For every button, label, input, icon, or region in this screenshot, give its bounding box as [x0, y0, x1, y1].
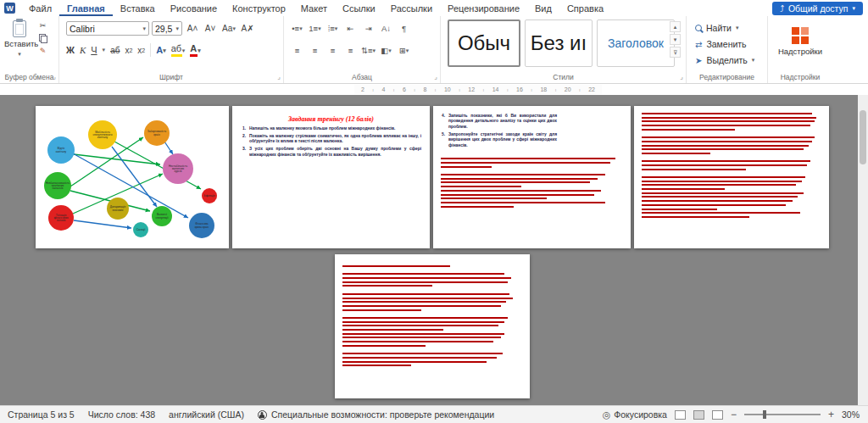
print-layout-button[interactable]	[693, 410, 704, 420]
tab-рецензирование[interactable]: Рецензирование	[440, 0, 527, 16]
highlight-color-button[interactable]: аб▾	[171, 44, 186, 57]
superscript-button[interactable]: x2	[137, 46, 145, 55]
tab-справка[interactable]: Справка	[559, 0, 611, 16]
align-right-button[interactable]: ≡	[325, 43, 341, 58]
format-painter-icon[interactable]: ✎	[39, 47, 47, 55]
ribbon-tab-bar: W ФайлГлавнаяВставкаРисованиеКонструктор…	[0, 0, 868, 16]
red-text-line	[642, 117, 816, 119]
scrollbar-thumb[interactable]	[860, 110, 866, 164]
vertical-scrollbar[interactable]	[858, 95, 868, 405]
editing-replace[interactable]: ⇄Заменить	[695, 39, 754, 49]
share-button[interactable]: ⤴ Общий доступ ▾	[772, 2, 863, 15]
copy-icon[interactable]	[39, 34, 47, 42]
justify-button[interactable]: ≡	[342, 43, 359, 58]
editing-select[interactable]: ➤Выделить▾	[695, 55, 754, 65]
focus-label: Фокусировка	[614, 409, 667, 420]
red-text-block	[441, 158, 623, 207]
tab-конструктор[interactable]: Конструктор	[225, 0, 293, 16]
zoom-in-button[interactable]: +	[828, 409, 834, 420]
addins-button[interactable]: Надстройки	[768, 23, 832, 56]
change-case-button[interactable]: Аа▾	[220, 24, 237, 33]
paste-icon	[13, 20, 26, 37]
font-dialog-launcher[interactable]: ⌟	[277, 74, 281, 81]
page-5[interactable]	[335, 254, 530, 398]
red-text-line	[342, 298, 513, 299]
tab-рассылки[interactable]: Рассылки	[383, 0, 440, 16]
paste-button[interactable]: Вставить ▾	[4, 20, 35, 58]
style-card-2[interactable]: Заголовок	[597, 19, 675, 67]
align-left-button[interactable]: ≡	[289, 43, 305, 58]
sort-button[interactable]: А↓	[378, 21, 394, 36]
clipboard-dialog-launcher[interactable]: ⌟	[53, 74, 56, 81]
bold-button[interactable]: Ж	[66, 45, 75, 55]
tab-рисование[interactable]: Рисование	[163, 0, 225, 16]
page-1[interactable]: ВідтіккапіталуМобільністьспекулятивногок…	[36, 106, 229, 248]
show-paragraph-marks-button[interactable]: ¶	[396, 21, 412, 36]
page-4[interactable]	[634, 106, 829, 248]
paragraph-dialog-launcher[interactable]: ⌟	[434, 74, 437, 81]
styles-scroll-up-button[interactable]: ▴	[670, 21, 681, 32]
bullets-button[interactable]: •≡▾	[289, 21, 305, 36]
cut-icon[interactable]: ✂	[39, 21, 47, 30]
tab-вставка[interactable]: Вставка	[113, 0, 163, 16]
paste-label: Вставить	[4, 39, 38, 48]
strikethrough-button[interactable]: аб	[110, 46, 120, 55]
zoom-percent[interactable]: 30%	[842, 409, 860, 420]
styles-scroll-down-button[interactable]: ▾	[670, 34, 681, 45]
page-3[interactable]: 4.Запишіть показники, які б Ви використа…	[433, 106, 631, 248]
underline-button[interactable]: Ч	[91, 45, 97, 55]
editing-search[interactable]: Найти▾	[695, 23, 754, 33]
paragraph-gap	[342, 270, 522, 271]
multilevel-list-button[interactable]: ⁞≡▾	[325, 21, 341, 36]
accessibility-checker[interactable]: Специальные возможности: проверьте реком…	[258, 409, 494, 420]
group-label-font: Шрифт	[59, 73, 283, 81]
style-card-1[interactable]: Без иı	[525, 19, 593, 67]
ruler-number: 6	[403, 86, 406, 92]
read-mode-button[interactable]	[675, 410, 686, 420]
red-text-line	[642, 145, 809, 147]
numbering-button[interactable]: 1≡▾	[307, 21, 323, 36]
align-center-button[interactable]: ≡	[307, 43, 323, 58]
subscript-button[interactable]: x2	[125, 46, 132, 55]
page-indicator[interactable]: Страница 5 из 5	[8, 409, 75, 420]
web-layout-button[interactable]	[712, 410, 723, 420]
zoom-slider[interactable]	[744, 414, 821, 415]
chevron-down-icon: ▾	[852, 5, 855, 12]
group-styles: ОбычБез иıЗаголовок ▴ ▾ ⊽ Стили ⌟	[441, 16, 687, 83]
shading-button[interactable]: ◧▾	[378, 43, 394, 58]
styles-more-button[interactable]: ⊽	[670, 47, 681, 58]
font-size-combo[interactable]: 29,5▾	[152, 21, 182, 36]
styles-dialog-launcher[interactable]: ⌟	[680, 74, 683, 81]
language-indicator[interactable]: английский (США)	[169, 409, 244, 420]
page-2[interactable]: Завдання тренінгу (12 балів) 1.Напишіть …	[232, 106, 430, 248]
word-count[interactable]: Число слов: 438	[88, 409, 155, 420]
tab-файл[interactable]: Файл	[21, 0, 59, 16]
shrink-font-button[interactable]: А˅	[203, 24, 218, 33]
tab-главная[interactable]: Главная	[59, 0, 113, 16]
ruler-number: 22	[588, 86, 595, 92]
font-color-button[interactable]: А▾	[190, 44, 201, 57]
ruler-number: 18	[540, 86, 547, 92]
font-size-value: 29,5	[155, 24, 172, 34]
decrease-indent-button[interactable]: ⇤	[342, 21, 359, 36]
borders-button[interactable]: ⊞▾	[396, 43, 412, 58]
red-text-line	[642, 164, 807, 166]
text-effects-button[interactable]: А▾	[156, 46, 165, 55]
tab-ссылки[interactable]: Ссылки	[335, 0, 383, 16]
grow-font-button[interactable]: А˄	[185, 24, 200, 33]
line-spacing-button[interactable]: ⇅≡▾	[360, 43, 376, 58]
tab-макет[interactable]: Макет	[293, 0, 335, 16]
tab-вид[interactable]: Вид	[527, 0, 559, 16]
red-text-line	[642, 212, 800, 214]
zoom-slider-thumb[interactable]	[763, 410, 766, 419]
style-card-0[interactable]: Обыч	[448, 19, 520, 67]
focus-mode-button[interactable]: ◎ Фокусировка	[603, 409, 667, 420]
ruler-scale[interactable]: 2ı4ı6ı8ı10ı12ı14ı16ı18ı20ı22	[354, 85, 602, 94]
font-name-combo[interactable]: Calibri▾	[66, 21, 149, 36]
ruler-tick: ı	[435, 87, 437, 92]
accessibility-icon	[258, 410, 267, 420]
increase-indent-button[interactable]: ⇥	[360, 21, 376, 36]
clear-formatting-button[interactable]: А✗	[240, 24, 255, 33]
italic-button[interactable]: К	[80, 45, 86, 55]
zoom-out-button[interactable]: −	[731, 409, 737, 420]
